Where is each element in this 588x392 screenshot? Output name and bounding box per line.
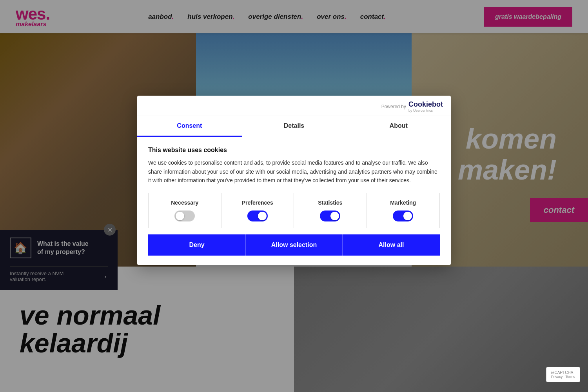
- category-marketing-label: Marketing: [390, 200, 416, 206]
- powered-by: Powered by Cookiebot by Usercentrics: [381, 100, 443, 113]
- cookie-body: This website uses cookies We use cookies…: [137, 137, 451, 265]
- toggle-statistics-knob: [330, 212, 339, 220]
- recaptcha-links: Privacy · Terms: [551, 375, 575, 379]
- cookiebot-logo-container: Cookiebot by Usercentrics: [408, 100, 443, 113]
- allow-selection-button[interactable]: Allow selection: [245, 234, 343, 256]
- toggle-necessary[interactable]: [174, 211, 195, 221]
- recaptcha-badge: reCAPTCHA Privacy · Terms: [546, 367, 580, 382]
- toggle-statistics[interactable]: [320, 211, 340, 221]
- tab-consent[interactable]: Consent: [137, 116, 242, 137]
- category-necessary-label: Necessary: [171, 200, 198, 206]
- toggle-necessary-knob: [176, 212, 184, 220]
- cookie-modal-header: Powered by Cookiebot by Usercentrics: [137, 96, 451, 116]
- category-marketing: Marketing: [367, 193, 440, 228]
- cookiebot-sub: by Usercentrics: [408, 109, 443, 113]
- toggle-preferences-knob: [258, 212, 267, 220]
- toggle-marketing[interactable]: [393, 211, 413, 221]
- tab-about[interactable]: About: [346, 116, 451, 137]
- cookie-title: This website uses cookies: [148, 147, 440, 154]
- powered-by-text: Powered by: [381, 104, 406, 109]
- deny-button[interactable]: Deny: [148, 234, 245, 256]
- cookie-actions: Deny Allow selection Allow all: [148, 234, 440, 256]
- category-necessary: Necessary: [149, 193, 221, 228]
- cookie-modal-overlay: Powered by Cookiebot by Usercentrics Con…: [0, 0, 588, 392]
- category-statistics-label: Statistics: [318, 200, 342, 206]
- cookie-description: We use cookies to personalise content an…: [148, 158, 440, 185]
- toggle-marketing-knob: [403, 212, 412, 220]
- cookie-tabs: Consent Details About: [137, 116, 451, 137]
- allow-all-button[interactable]: Allow all: [343, 234, 440, 256]
- tab-details[interactable]: Details: [242, 116, 347, 137]
- category-preferences-label: Preferences: [242, 200, 273, 206]
- cookiebot-logo: Cookiebot: [408, 100, 443, 108]
- category-preferences: Preferences: [221, 193, 294, 228]
- cookie-categories: Necessary Preferences Statistics: [148, 193, 440, 228]
- recaptcha-text: reCAPTCHA: [551, 370, 575, 375]
- cookie-modal: Powered by Cookiebot by Usercentrics Con…: [137, 96, 451, 265]
- category-statistics: Statistics: [294, 193, 367, 228]
- toggle-preferences[interactable]: [247, 211, 268, 221]
